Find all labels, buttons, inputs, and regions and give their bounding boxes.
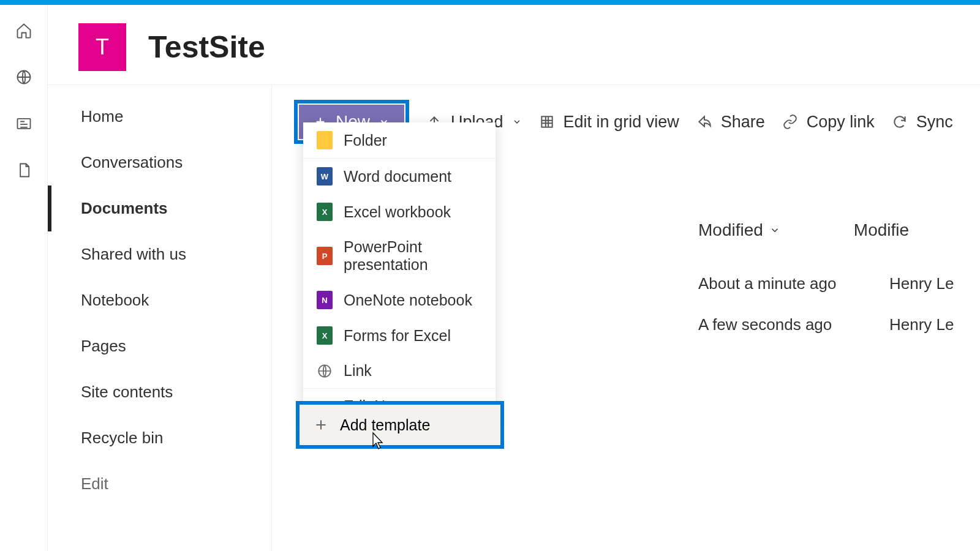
- sync-icon: [892, 114, 908, 130]
- menu-label: Add template: [340, 416, 430, 434]
- sidebar-edit-link[interactable]: Edit: [48, 461, 271, 507]
- table-row[interactable]: About a minute ago Henry Le: [698, 263, 954, 304]
- menu-item-link[interactable]: Link: [303, 353, 496, 388]
- top-accent-bar: [0, 0, 980, 5]
- copy-link-button[interactable]: Copy link: [782, 113, 875, 132]
- table-headers: Modified Modifie: [698, 220, 909, 240]
- table-body: About a minute ago Henry Le A few second…: [698, 263, 954, 345]
- col-header-modified[interactable]: Modified: [698, 220, 780, 240]
- menu-label: OneNote notebook: [344, 291, 472, 309]
- excel-icon: X: [317, 203, 333, 221]
- sync-button[interactable]: Sync: [892, 113, 953, 132]
- col-label: Modified: [698, 220, 763, 240]
- menu-label: Word document: [344, 168, 451, 186]
- menu-item-folder[interactable]: Folder: [303, 122, 496, 158]
- word-icon: W: [317, 167, 333, 186]
- plus-icon: [313, 417, 329, 433]
- edit-grid-button[interactable]: Edit in grid view: [539, 113, 679, 132]
- sidebar-item-documents[interactable]: Documents: [48, 186, 271, 231]
- menu-item-powerpoint[interactable]: P PowerPoint presentation: [303, 230, 496, 282]
- share-button[interactable]: Share: [696, 113, 765, 132]
- menu-item-onenote[interactable]: N OneNote notebook: [303, 282, 496, 318]
- sidebar-item-home[interactable]: Home: [48, 94, 271, 140]
- chevron-down-icon: [769, 225, 780, 236]
- forms-excel-icon: X: [317, 326, 333, 345]
- menu-item-forms[interactable]: X Forms for Excel: [303, 318, 496, 353]
- folder-icon: [317, 131, 333, 149]
- powerpoint-icon: P: [317, 247, 333, 265]
- col-label: Modifie: [854, 220, 909, 240]
- site-sidebar: Home Conversations Documents Shared with…: [48, 85, 272, 551]
- globe-icon[interactable]: [15, 69, 32, 86]
- menu-label: Link: [344, 362, 372, 380]
- menu-label: Forms for Excel: [344, 327, 451, 345]
- menu-item-excel[interactable]: X Excel workbook: [303, 194, 496, 230]
- onenote-icon: N: [317, 291, 333, 309]
- site-title: TestSite: [148, 29, 265, 65]
- sidebar-item-notebook[interactable]: Notebook: [48, 277, 271, 323]
- cell-modified-by: Henry Le: [889, 315, 954, 334]
- menu-label: Folder: [344, 132, 387, 149]
- sidebar-item-shared[interactable]: Shared with us: [48, 231, 271, 277]
- news-icon[interactable]: [15, 115, 32, 132]
- menu-item-word[interactable]: W Word document: [303, 159, 496, 194]
- share-icon: [696, 114, 712, 130]
- edit-grid-label: Edit in grid view: [564, 113, 679, 132]
- cell-modified: About a minute ago: [698, 274, 845, 293]
- sidebar-item-recycle-bin[interactable]: Recycle bin: [48, 415, 271, 461]
- globe-icon: [317, 363, 333, 379]
- home-icon[interactable]: [15, 22, 32, 39]
- cell-modified: A few seconds ago: [698, 315, 845, 334]
- link-icon: [782, 114, 798, 130]
- cell-modified-by: Henry Le: [889, 274, 954, 293]
- chevron-down-icon: [512, 117, 522, 127]
- sidebar-item-site-contents[interactable]: Site contents: [48, 369, 271, 415]
- site-logo: T: [78, 23, 126, 71]
- new-dropdown-menu: Folder W Word document X Excel workbook …: [303, 122, 496, 424]
- sidebar-item-pages[interactable]: Pages: [48, 323, 271, 369]
- col-header-modified-by[interactable]: Modifie: [854, 220, 909, 240]
- menu-label: Excel workbook: [344, 203, 451, 221]
- sync-label: Sync: [916, 113, 953, 132]
- site-header: T TestSite: [48, 5, 980, 85]
- table-row[interactable]: A few seconds ago Henry Le: [698, 304, 954, 345]
- menu-label: PowerPoint presentation: [344, 238, 482, 274]
- menu-item-add-template[interactable]: Add template: [296, 401, 504, 449]
- document-icon[interactable]: [15, 162, 32, 179]
- sidebar-item-conversations[interactable]: Conversations: [48, 140, 271, 186]
- svg-rect-2: [541, 116, 552, 127]
- share-label: Share: [721, 113, 765, 132]
- grid-icon: [539, 114, 555, 130]
- app-rail: [0, 5, 48, 551]
- copy-link-label: Copy link: [807, 113, 875, 132]
